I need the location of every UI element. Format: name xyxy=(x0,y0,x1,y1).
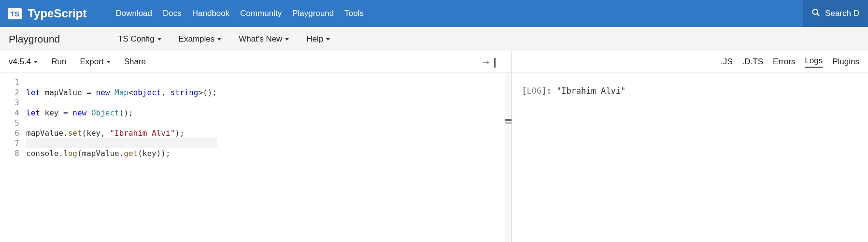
code-line[interactable] xyxy=(26,77,217,87)
line-number: 2 xyxy=(0,87,19,98)
line-number: 8 xyxy=(0,148,19,158)
menu-examples[interactable]: Examples xyxy=(179,34,222,44)
tab-js[interactable]: .JS xyxy=(721,57,733,67)
code-line[interactable]: mapValue.set(key, "Ibrahim Alvi"); xyxy=(26,128,217,138)
menu-whats-new[interactable]: What's New xyxy=(239,34,289,44)
nav-community[interactable]: Community xyxy=(240,9,282,18)
line-number: 3 xyxy=(0,98,19,108)
logo-badge: TS xyxy=(8,8,22,19)
brand-name: TypeScript xyxy=(28,7,86,20)
tab-plugins[interactable]: Plugins xyxy=(832,57,859,67)
log-tag: LOG xyxy=(526,86,541,96)
line-number: 6 xyxy=(0,128,19,138)
log-value: "Ibrahim Alvi" xyxy=(556,86,626,96)
line-gutter: 12345678 xyxy=(0,72,26,242)
menu-label: TS Config xyxy=(118,34,155,44)
code-line[interactable]: console.log(mapValue.get(key)); xyxy=(26,148,217,158)
nav-tools[interactable]: Tools xyxy=(344,9,364,18)
share-button[interactable]: Share xyxy=(124,57,146,67)
tab-dts[interactable]: .D.TS xyxy=(742,57,763,67)
code-line[interactable] xyxy=(26,118,217,128)
search-label: Search D xyxy=(825,9,859,18)
version-label: v4.5.4 xyxy=(9,57,31,67)
chevron-down-icon xyxy=(217,38,221,41)
nav-docs[interactable]: Docs xyxy=(163,9,182,18)
code-line[interactable]: let mapValue = new Map<object, string>()… xyxy=(26,87,217,98)
version-selector[interactable]: v4.5.4 xyxy=(9,57,38,67)
nav-handbook[interactable]: Handbook xyxy=(192,9,230,18)
search-box[interactable]: Search D xyxy=(803,0,868,27)
export-button[interactable]: Export xyxy=(80,57,111,67)
nav-playground[interactable]: Playground xyxy=(292,9,334,18)
code-line[interactable] xyxy=(26,98,217,108)
line-number: 5 xyxy=(0,118,19,128)
nav-links: Download Docs Handbook Community Playgro… xyxy=(115,9,364,18)
run-arrow-icon[interactable]: →❙ xyxy=(481,56,503,68)
main-split: 12345678 let mapValue = new Map<object, … xyxy=(0,72,868,242)
top-nav: TS TypeScript Download Docs Handbook Com… xyxy=(0,0,868,27)
code-content[interactable]: let mapValue = new Map<object, string>()… xyxy=(26,72,217,242)
menu-help[interactable]: Help xyxy=(306,34,330,44)
tab-logs[interactable]: Logs xyxy=(805,56,823,68)
svg-line-1 xyxy=(817,14,819,15)
scroll-marker xyxy=(505,119,512,121)
scroll-marker xyxy=(505,122,512,124)
code-line[interactable] xyxy=(26,138,217,148)
scrollbar[interactable] xyxy=(505,72,512,242)
code-editor[interactable]: 12345678 let mapValue = new Map<object, … xyxy=(0,72,512,242)
line-number: 4 xyxy=(0,108,19,118)
menu-label: Examples xyxy=(179,34,215,44)
chevron-down-icon xyxy=(34,61,38,63)
chevron-down-icon xyxy=(157,38,161,41)
run-button[interactable]: Run xyxy=(51,57,66,67)
log-bracket: [ xyxy=(522,86,526,96)
page-title: Playground xyxy=(9,33,100,45)
menu-label: What's New xyxy=(239,34,282,44)
export-label: Export xyxy=(80,57,104,67)
tab-errors[interactable]: Errors xyxy=(773,57,795,67)
log-output: [LOG]: "Ibrahim Alvi" xyxy=(512,72,868,109)
output-tabs: .JS .D.TS Errors Logs Plugins xyxy=(512,51,868,72)
menu-ts-config[interactable]: TS Config xyxy=(118,34,161,44)
code-line[interactable]: let key = new Object(); xyxy=(26,108,217,118)
search-icon xyxy=(811,8,820,19)
output-panel: [LOG]: "Ibrahim Alvi" xyxy=(512,72,868,242)
menu-label: Help xyxy=(306,34,323,44)
line-number: 1 xyxy=(0,77,19,87)
log-suffix: ]: xyxy=(541,86,556,96)
editor-toolbar: v4.5.4 Run Export Share →❙ xyxy=(0,51,512,72)
sub-nav: Playground TS Config Examples What's New… xyxy=(0,27,868,51)
chevron-down-icon xyxy=(285,38,289,41)
line-number: 7 xyxy=(0,138,19,148)
nav-download[interactable]: Download xyxy=(115,9,152,18)
chevron-down-icon xyxy=(107,61,111,63)
chevron-down-icon xyxy=(326,38,330,41)
